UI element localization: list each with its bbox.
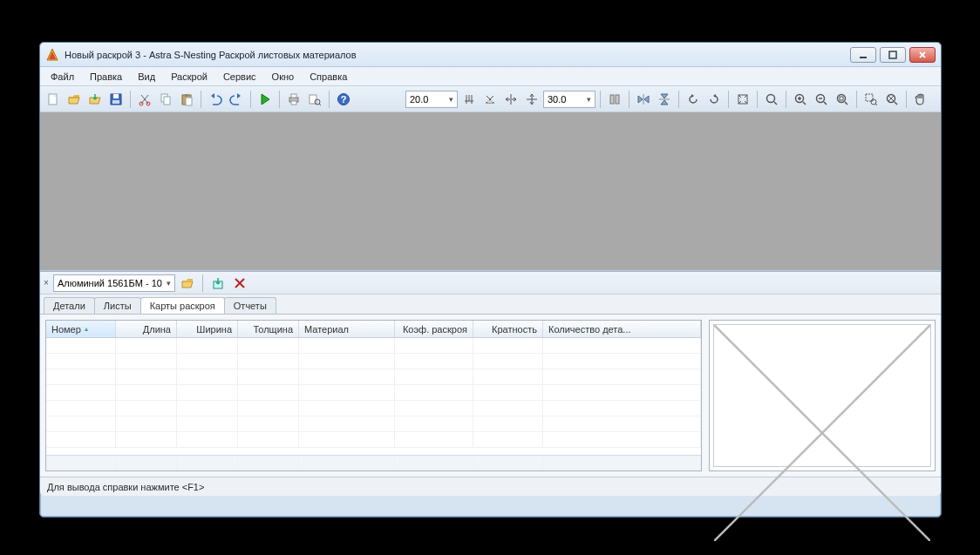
col-number[interactable]: Номер <box>46 321 116 337</box>
tab-details[interactable]: Детали <box>44 297 95 314</box>
grid-row[interactable] <box>46 354 701 369</box>
toolbar: ? 20.0 30.0 <box>40 86 941 112</box>
panel-import-icon[interactable] <box>208 274 228 293</box>
zoom-icon[interactable] <box>762 90 781 109</box>
svg-point-32 <box>767 94 775 102</box>
menu-nesting[interactable]: Раскрой <box>164 70 214 84</box>
grid-row[interactable] <box>46 401 701 416</box>
grid-row[interactable] <box>46 432 701 448</box>
toolbar-field-2[interactable]: 30.0 <box>543 91 595 108</box>
maximize-button[interactable] <box>880 47 906 63</box>
material-browse-icon[interactable] <box>178 274 197 293</box>
menu-file[interactable]: Файл <box>44 70 81 84</box>
copy-icon[interactable] <box>156 90 175 109</box>
svg-rect-14 <box>185 94 188 97</box>
menu-window[interactable]: Окно <box>265 70 302 84</box>
status-text: Для вывода справки нажмите <F1> <box>47 482 204 492</box>
menu-service[interactable]: Сервис <box>216 70 263 84</box>
cut-icon[interactable] <box>135 90 154 109</box>
redo-icon[interactable] <box>227 90 246 109</box>
panel-delete-icon[interactable] <box>230 274 249 293</box>
mirror-v-icon[interactable] <box>655 90 674 109</box>
app-icon <box>45 48 59 62</box>
separator <box>202 274 203 292</box>
mirror-h-icon[interactable] <box>634 90 653 109</box>
col-width[interactable]: Ширина <box>177 321 238 337</box>
zoom-fit-icon[interactable] <box>833 90 852 109</box>
menu-view[interactable]: Вид <box>131 70 162 84</box>
print-icon[interactable] <box>284 90 303 109</box>
open-icon[interactable] <box>65 90 84 109</box>
material-combo[interactable]: Алюминий 1561БМ - 10 <box>53 274 175 292</box>
col-length[interactable]: Длина <box>116 321 177 337</box>
undo-icon[interactable] <box>206 90 225 109</box>
col-mult[interactable]: Кратность <box>473 321 543 337</box>
grid-row[interactable] <box>46 338 701 354</box>
panel-body: Номер Длина Ширина Толщина Материал Коэф… <box>40 314 941 477</box>
separator <box>279 91 280 108</box>
tab-reports[interactable]: Отчеты <box>224 297 276 314</box>
tab-sheets[interactable]: Листы <box>94 297 141 314</box>
svg-marker-29 <box>661 94 668 98</box>
svg-marker-27 <box>638 96 643 103</box>
pan-icon[interactable] <box>911 90 930 109</box>
preview-placeholder <box>713 324 931 467</box>
snap-tool-icon-3[interactable] <box>501 90 521 109</box>
save-icon[interactable] <box>106 90 126 109</box>
preview-pane <box>709 320 936 471</box>
window-title: Новый раскрой 3 - Astra S-Nesting Раскро… <box>65 50 850 60</box>
rotate-ccw-icon[interactable] <box>684 90 703 109</box>
separator <box>678 91 679 108</box>
svg-rect-2 <box>860 57 867 58</box>
grid-row[interactable] <box>46 416 701 432</box>
minimize-button[interactable] <box>850 47 876 63</box>
svg-rect-18 <box>291 94 296 98</box>
col-material[interactable]: Материал <box>299 321 395 337</box>
menu-edit[interactable]: Правка <box>83 70 129 84</box>
snap-tool-icon-1[interactable] <box>459 90 479 109</box>
menu-bar: Файл Правка Вид Раскрой Сервис Окно Спра… <box>40 67 941 86</box>
zoom-in-icon[interactable] <box>791 90 810 109</box>
rotate-cw-icon[interactable] <box>704 90 724 109</box>
svg-rect-26 <box>616 95 619 104</box>
snap-tool-icon-4[interactable] <box>522 90 541 109</box>
svg-marker-30 <box>661 100 668 105</box>
panel-toolbar: × Алюминий 1561БМ - 10 <box>40 272 941 294</box>
help-icon[interactable]: ? <box>334 90 353 109</box>
fit-icon[interactable] <box>733 90 752 109</box>
separator <box>906 91 907 108</box>
separator <box>600 91 601 108</box>
separator <box>629 91 630 108</box>
import-icon[interactable] <box>85 90 105 109</box>
grid-header: Номер Длина Ширина Толщина Материал Коэф… <box>46 321 701 338</box>
window-buttons <box>850 47 936 63</box>
tab-nesting-maps[interactable]: Карты раскроя <box>140 297 225 314</box>
workspace[interactable] <box>40 112 941 271</box>
separator <box>130 91 131 108</box>
data-grid[interactable]: Номер Длина Ширина Толщина Материал Коэф… <box>45 320 702 471</box>
col-thickness[interactable]: Толщина <box>238 321 299 337</box>
grid-row[interactable] <box>46 385 701 401</box>
separator <box>250 91 251 108</box>
panel-close-icon[interactable]: × <box>42 278 51 288</box>
menu-help[interactable]: Справка <box>303 70 354 84</box>
zoom-out-icon[interactable] <box>812 90 831 109</box>
svg-rect-12 <box>164 97 170 105</box>
new-icon[interactable] <box>44 90 63 109</box>
align-tool-icon-1[interactable] <box>605 90 624 109</box>
col-count[interactable]: Количество дета... <box>543 321 701 337</box>
toolbar-field-1[interactable]: 20.0 <box>405 91 458 108</box>
titlebar: Новый раскрой 3 - Astra S-Nesting Раскро… <box>40 43 941 67</box>
grid-row[interactable] <box>46 369 701 385</box>
zoom-all-icon[interactable] <box>882 90 902 109</box>
run-icon[interactable] <box>255 90 275 109</box>
svg-rect-20 <box>310 95 316 104</box>
separator <box>757 91 758 108</box>
print-preview-icon[interactable] <box>305 90 324 109</box>
snap-tool-icon-2[interactable] <box>480 90 500 109</box>
close-button[interactable] <box>909 47 936 63</box>
zoom-selection-icon[interactable] <box>861 90 881 109</box>
col-coef[interactable]: Коэф. раскроя <box>395 321 473 337</box>
paste-icon[interactable] <box>177 90 196 109</box>
svg-rect-7 <box>113 94 119 98</box>
